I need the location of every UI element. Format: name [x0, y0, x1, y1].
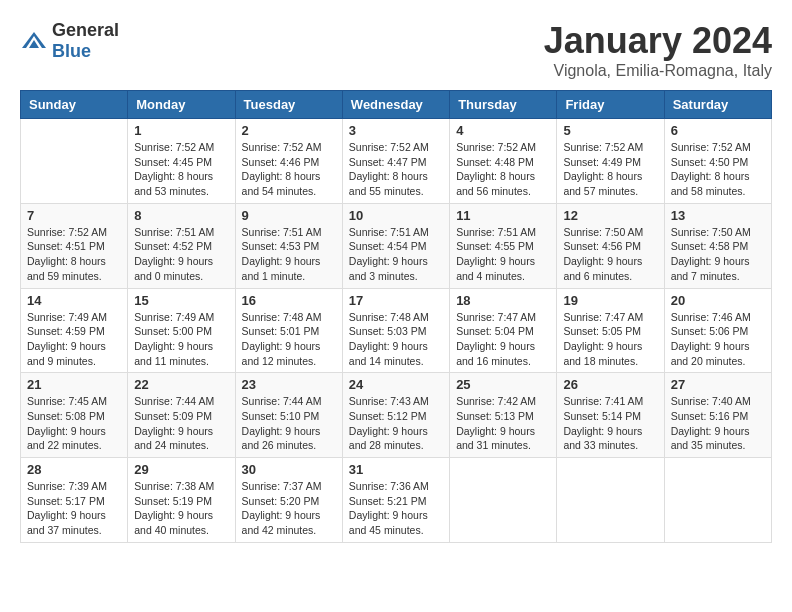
day-info: Sunrise: 7:51 AMSunset: 4:53 PMDaylight:… — [242, 225, 336, 284]
calendar-cell: 9Sunrise: 7:51 AMSunset: 4:53 PMDaylight… — [235, 203, 342, 288]
day-info: Sunrise: 7:42 AMSunset: 5:13 PMDaylight:… — [456, 394, 550, 453]
day-info: Sunrise: 7:48 AMSunset: 5:01 PMDaylight:… — [242, 310, 336, 369]
calendar-week-row: 14Sunrise: 7:49 AMSunset: 4:59 PMDayligh… — [21, 288, 772, 373]
day-number: 20 — [671, 293, 765, 308]
day-info: Sunrise: 7:43 AMSunset: 5:12 PMDaylight:… — [349, 394, 443, 453]
day-number: 22 — [134, 377, 228, 392]
day-number: 3 — [349, 123, 443, 138]
calendar-cell: 19Sunrise: 7:47 AMSunset: 5:05 PMDayligh… — [557, 288, 664, 373]
calendar-cell: 26Sunrise: 7:41 AMSunset: 5:14 PMDayligh… — [557, 373, 664, 458]
day-info: Sunrise: 7:52 AMSunset: 4:48 PMDaylight:… — [456, 140, 550, 199]
day-number: 14 — [27, 293, 121, 308]
day-info: Sunrise: 7:44 AMSunset: 5:10 PMDaylight:… — [242, 394, 336, 453]
calendar-week-row: 7Sunrise: 7:52 AMSunset: 4:51 PMDaylight… — [21, 203, 772, 288]
calendar-cell: 22Sunrise: 7:44 AMSunset: 5:09 PMDayligh… — [128, 373, 235, 458]
day-number: 21 — [27, 377, 121, 392]
calendar-cell: 1Sunrise: 7:52 AMSunset: 4:45 PMDaylight… — [128, 119, 235, 204]
calendar-cell: 30Sunrise: 7:37 AMSunset: 5:20 PMDayligh… — [235, 458, 342, 543]
calendar-week-row: 21Sunrise: 7:45 AMSunset: 5:08 PMDayligh… — [21, 373, 772, 458]
day-info: Sunrise: 7:38 AMSunset: 5:19 PMDaylight:… — [134, 479, 228, 538]
day-number: 7 — [27, 208, 121, 223]
title-area: January 2024 Vignola, Emilia-Romagna, It… — [544, 20, 772, 80]
day-info: Sunrise: 7:52 AMSunset: 4:47 PMDaylight:… — [349, 140, 443, 199]
logo-general-text: General — [52, 20, 119, 40]
weekday-header: Monday — [128, 91, 235, 119]
calendar-cell — [450, 458, 557, 543]
calendar-cell: 6Sunrise: 7:52 AMSunset: 4:50 PMDaylight… — [664, 119, 771, 204]
day-number: 24 — [349, 377, 443, 392]
calendar-cell: 31Sunrise: 7:36 AMSunset: 5:21 PMDayligh… — [342, 458, 449, 543]
calendar-cell: 18Sunrise: 7:47 AMSunset: 5:04 PMDayligh… — [450, 288, 557, 373]
calendar-week-row: 1Sunrise: 7:52 AMSunset: 4:45 PMDaylight… — [21, 119, 772, 204]
day-info: Sunrise: 7:50 AMSunset: 4:58 PMDaylight:… — [671, 225, 765, 284]
logo-icon — [20, 30, 48, 52]
calendar-cell — [21, 119, 128, 204]
day-number: 19 — [563, 293, 657, 308]
day-number: 13 — [671, 208, 765, 223]
day-info: Sunrise: 7:52 AMSunset: 4:50 PMDaylight:… — [671, 140, 765, 199]
weekday-header: Thursday — [450, 91, 557, 119]
calendar-cell: 4Sunrise: 7:52 AMSunset: 4:48 PMDaylight… — [450, 119, 557, 204]
calendar-cell — [557, 458, 664, 543]
day-number: 28 — [27, 462, 121, 477]
day-number: 17 — [349, 293, 443, 308]
day-info: Sunrise: 7:52 AMSunset: 4:49 PMDaylight:… — [563, 140, 657, 199]
day-info: Sunrise: 7:37 AMSunset: 5:20 PMDaylight:… — [242, 479, 336, 538]
calendar-cell: 3Sunrise: 7:52 AMSunset: 4:47 PMDaylight… — [342, 119, 449, 204]
weekday-header: Tuesday — [235, 91, 342, 119]
day-number: 4 — [456, 123, 550, 138]
calendar-cell: 28Sunrise: 7:39 AMSunset: 5:17 PMDayligh… — [21, 458, 128, 543]
calendar-cell: 25Sunrise: 7:42 AMSunset: 5:13 PMDayligh… — [450, 373, 557, 458]
calendar-cell: 24Sunrise: 7:43 AMSunset: 5:12 PMDayligh… — [342, 373, 449, 458]
day-number: 26 — [563, 377, 657, 392]
calendar-cell: 14Sunrise: 7:49 AMSunset: 4:59 PMDayligh… — [21, 288, 128, 373]
day-number: 5 — [563, 123, 657, 138]
calendar-table: SundayMondayTuesdayWednesdayThursdayFrid… — [20, 90, 772, 543]
day-info: Sunrise: 7:39 AMSunset: 5:17 PMDaylight:… — [27, 479, 121, 538]
day-info: Sunrise: 7:52 AMSunset: 4:51 PMDaylight:… — [27, 225, 121, 284]
day-info: Sunrise: 7:47 AMSunset: 5:05 PMDaylight:… — [563, 310, 657, 369]
day-number: 6 — [671, 123, 765, 138]
day-number: 27 — [671, 377, 765, 392]
calendar-cell: 15Sunrise: 7:49 AMSunset: 5:00 PMDayligh… — [128, 288, 235, 373]
calendar-cell: 27Sunrise: 7:40 AMSunset: 5:16 PMDayligh… — [664, 373, 771, 458]
day-info: Sunrise: 7:51 AMSunset: 4:54 PMDaylight:… — [349, 225, 443, 284]
day-number: 29 — [134, 462, 228, 477]
day-number: 16 — [242, 293, 336, 308]
day-info: Sunrise: 7:44 AMSunset: 5:09 PMDaylight:… — [134, 394, 228, 453]
location-title: Vignola, Emilia-Romagna, Italy — [544, 62, 772, 80]
day-number: 12 — [563, 208, 657, 223]
day-number: 10 — [349, 208, 443, 223]
weekday-header: Wednesday — [342, 91, 449, 119]
calendar-cell: 16Sunrise: 7:48 AMSunset: 5:01 PMDayligh… — [235, 288, 342, 373]
day-info: Sunrise: 7:52 AMSunset: 4:45 PMDaylight:… — [134, 140, 228, 199]
calendar-week-row: 28Sunrise: 7:39 AMSunset: 5:17 PMDayligh… — [21, 458, 772, 543]
day-info: Sunrise: 7:49 AMSunset: 5:00 PMDaylight:… — [134, 310, 228, 369]
day-info: Sunrise: 7:49 AMSunset: 4:59 PMDaylight:… — [27, 310, 121, 369]
calendar-cell — [664, 458, 771, 543]
calendar-cell: 29Sunrise: 7:38 AMSunset: 5:19 PMDayligh… — [128, 458, 235, 543]
header: General Blue January 2024 Vignola, Emili… — [20, 20, 772, 80]
calendar-cell: 7Sunrise: 7:52 AMSunset: 4:51 PMDaylight… — [21, 203, 128, 288]
day-number: 25 — [456, 377, 550, 392]
calendar-cell: 2Sunrise: 7:52 AMSunset: 4:46 PMDaylight… — [235, 119, 342, 204]
calendar-cell: 10Sunrise: 7:51 AMSunset: 4:54 PMDayligh… — [342, 203, 449, 288]
day-info: Sunrise: 7:40 AMSunset: 5:16 PMDaylight:… — [671, 394, 765, 453]
calendar-cell: 17Sunrise: 7:48 AMSunset: 5:03 PMDayligh… — [342, 288, 449, 373]
calendar-cell: 11Sunrise: 7:51 AMSunset: 4:55 PMDayligh… — [450, 203, 557, 288]
day-number: 18 — [456, 293, 550, 308]
day-info: Sunrise: 7:52 AMSunset: 4:46 PMDaylight:… — [242, 140, 336, 199]
day-info: Sunrise: 7:41 AMSunset: 5:14 PMDaylight:… — [563, 394, 657, 453]
day-info: Sunrise: 7:50 AMSunset: 4:56 PMDaylight:… — [563, 225, 657, 284]
day-info: Sunrise: 7:51 AMSunset: 4:55 PMDaylight:… — [456, 225, 550, 284]
weekday-header: Sunday — [21, 91, 128, 119]
calendar-cell: 12Sunrise: 7:50 AMSunset: 4:56 PMDayligh… — [557, 203, 664, 288]
calendar-cell: 21Sunrise: 7:45 AMSunset: 5:08 PMDayligh… — [21, 373, 128, 458]
calendar-header-row: SundayMondayTuesdayWednesdayThursdayFrid… — [21, 91, 772, 119]
day-number: 23 — [242, 377, 336, 392]
day-number: 2 — [242, 123, 336, 138]
day-info: Sunrise: 7:48 AMSunset: 5:03 PMDaylight:… — [349, 310, 443, 369]
day-info: Sunrise: 7:47 AMSunset: 5:04 PMDaylight:… — [456, 310, 550, 369]
day-number: 31 — [349, 462, 443, 477]
logo: General Blue — [20, 20, 119, 62]
